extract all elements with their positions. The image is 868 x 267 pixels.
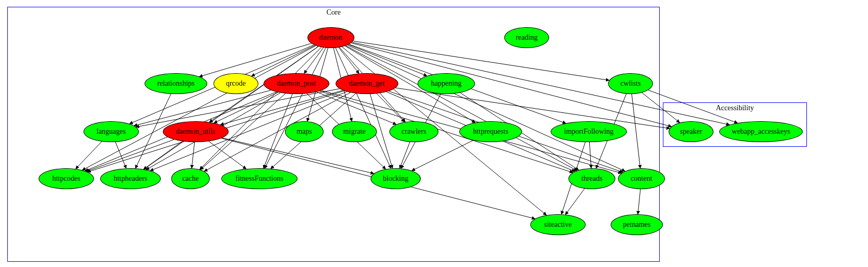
node-migrate: migrate	[332, 121, 377, 142]
cluster-accessibility-label: Accessibility	[716, 104, 754, 112]
node-languages: languages	[84, 121, 139, 142]
node-maps: maps	[285, 121, 324, 142]
node-httpcodes: httpcodes	[39, 168, 94, 189]
node-webapp_accesskeys: webapp_accesskeys	[719, 121, 803, 142]
node-daemon_utils: daemon_utils	[163, 121, 229, 142]
node-reading: reading	[504, 27, 549, 48]
cluster-core-label: Core	[326, 8, 340, 17]
node-httpheaders: httpheaders	[100, 168, 161, 189]
node-siteactive: siteactive	[530, 214, 586, 235]
node-cwlists: cwlists	[608, 73, 653, 94]
node-threads: threads	[568, 168, 615, 189]
node-speaker: speaker	[669, 121, 714, 142]
node-httprequests: httprequests	[459, 121, 522, 142]
node-petnames: petnames	[611, 214, 663, 235]
node-crawlers: crawlers	[389, 121, 438, 142]
node-daemon_get: daemon_get	[336, 73, 398, 94]
node-blocking: blocking	[371, 168, 421, 189]
node-importFollowing: importFollowing	[551, 121, 627, 142]
node-qrcode: qrcode	[213, 73, 258, 94]
node-happening: happening	[418, 73, 475, 94]
node-daemon_post: daemon_post	[264, 73, 329, 94]
node-fitnessFunctions: fitnessFunctions	[221, 168, 298, 189]
node-relationships: relationships	[145, 73, 207, 94]
node-daemon: daemon	[307, 27, 354, 48]
node-content: content	[618, 168, 665, 189]
node-cache: cache	[171, 168, 210, 189]
